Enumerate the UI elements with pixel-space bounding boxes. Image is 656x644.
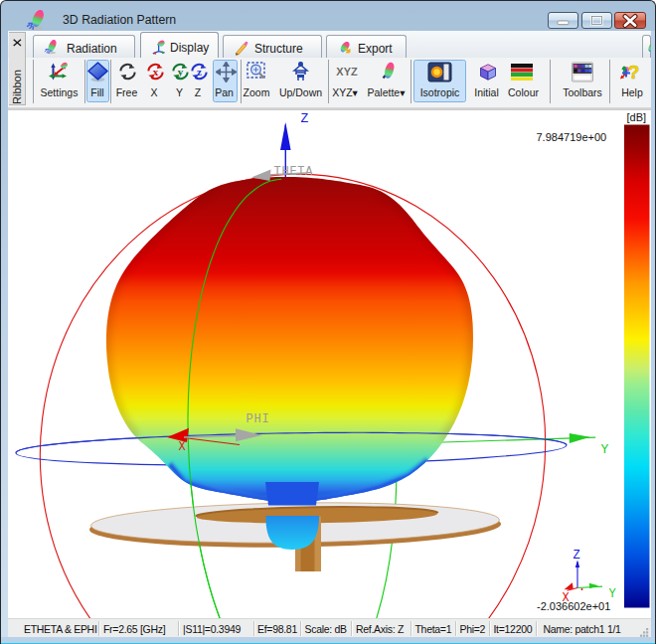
svg-text:X: X	[179, 440, 186, 454]
svg-text:Y: Y	[609, 587, 616, 601]
svg-text:7.984719e+00: 7.984719e+00	[537, 131, 607, 143]
svg-text:-2.036602e+01: -2.036602e+01	[537, 600, 610, 612]
svg-text:x: x	[152, 66, 158, 78]
svg-text:THETA: THETA	[274, 164, 314, 178]
svg-text:Z: Z	[301, 110, 309, 125]
svg-text:?: ?	[628, 62, 640, 82]
svg-text:[dB]: [dB]	[627, 111, 647, 123]
svg-text:PHI: PHI	[246, 412, 270, 426]
svg-text:Z: Z	[574, 549, 580, 563]
svg-text:y: y	[178, 66, 184, 78]
svg-text:Y: Y	[601, 442, 609, 457]
svg-text:XYZ: XYZ	[336, 66, 358, 78]
svg-text:X: X	[563, 590, 570, 604]
svg-text:z: z	[197, 66, 202, 78]
